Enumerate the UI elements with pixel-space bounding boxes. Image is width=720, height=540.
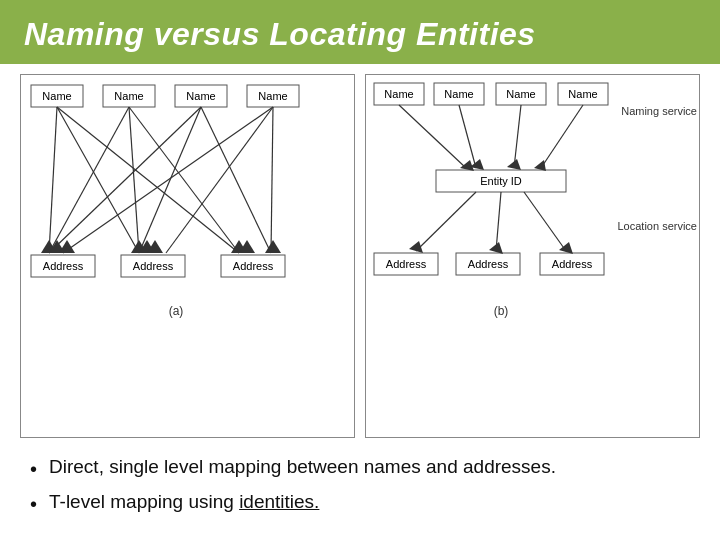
svg-text:Name: Name xyxy=(568,88,597,100)
svg-text:(b): (b) xyxy=(494,304,509,318)
naming-service-label: Naming service xyxy=(621,105,697,117)
bullet-dot-2: • xyxy=(30,491,37,518)
svg-marker-51 xyxy=(507,159,521,170)
svg-marker-53 xyxy=(534,160,546,171)
svg-text:Name: Name xyxy=(506,88,535,100)
svg-text:(a): (a) xyxy=(169,304,184,318)
svg-line-14 xyxy=(49,107,57,253)
svg-line-48 xyxy=(459,105,476,168)
svg-marker-63 xyxy=(489,242,503,254)
svg-line-50 xyxy=(514,105,521,168)
bullet-text-2: T-level mapping using identities. xyxy=(49,489,319,515)
svg-text:Name: Name xyxy=(42,90,71,102)
bullet-text-1: Direct, single level mapping between nam… xyxy=(49,454,556,480)
svg-text:Name: Name xyxy=(258,90,287,102)
svg-text:Address: Address xyxy=(552,258,593,270)
svg-text:Name: Name xyxy=(186,90,215,102)
svg-text:Address: Address xyxy=(386,258,427,270)
svg-text:Address: Address xyxy=(43,260,84,272)
diagrams-row: Name Name Name Name Address xyxy=(20,74,700,438)
svg-line-52 xyxy=(541,105,583,168)
bullet-dot-1: • xyxy=(30,456,37,483)
diagram-a: Name Name Name Name Address xyxy=(20,74,355,438)
svg-text:Name: Name xyxy=(444,88,473,100)
svg-line-24 xyxy=(166,107,273,253)
svg-line-46 xyxy=(399,105,466,168)
svg-line-17 xyxy=(49,107,129,253)
svg-text:Address: Address xyxy=(133,260,174,272)
title-bar: Naming versus Locating Entities xyxy=(0,0,720,64)
svg-line-20 xyxy=(49,107,201,253)
bullet-item-2: • T-level mapping using identities. xyxy=(30,489,690,518)
location-service-label: Location service xyxy=(618,220,698,232)
svg-marker-61 xyxy=(409,241,423,253)
underline-text: identities. xyxy=(239,491,319,512)
svg-text:Entity ID: Entity ID xyxy=(480,175,522,187)
svg-line-19 xyxy=(129,107,239,253)
svg-line-62 xyxy=(496,192,501,251)
svg-text:Name: Name xyxy=(384,88,413,100)
slide-title: Naming versus Locating Entities xyxy=(24,16,536,53)
bullets-section: • Direct, single level mapping between n… xyxy=(20,450,700,524)
svg-line-15 xyxy=(57,107,139,253)
svg-line-23 xyxy=(63,107,273,253)
svg-text:Address: Address xyxy=(468,258,509,270)
diagram-b: Name Name Name Name Entity ID xyxy=(365,74,700,438)
svg-line-25 xyxy=(271,107,273,253)
svg-line-18 xyxy=(129,107,139,253)
slide: Naming versus Locating Entities Name Nam… xyxy=(0,0,720,540)
svg-line-64 xyxy=(524,192,566,251)
svg-line-60 xyxy=(416,192,476,251)
bullet-item-1: • Direct, single level mapping between n… xyxy=(30,454,690,483)
svg-text:Name: Name xyxy=(114,90,143,102)
content-area: Name Name Name Name Address xyxy=(0,64,720,540)
svg-text:Address: Address xyxy=(233,260,274,272)
